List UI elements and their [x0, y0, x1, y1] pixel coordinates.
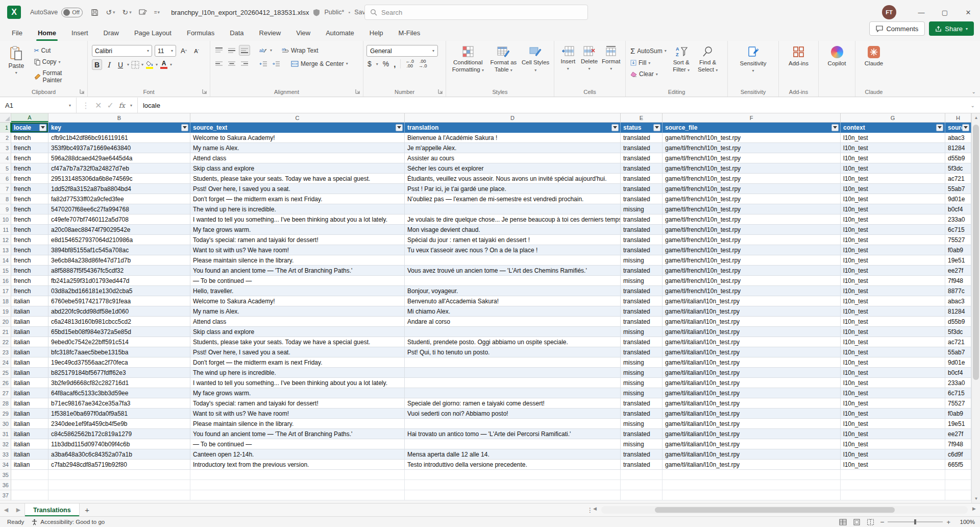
filter-button[interactable]	[653, 124, 660, 131]
document-title[interactable]: branchpy_l10n_export_20260412_183531.xls…	[171, 9, 309, 16]
row-header-34[interactable]: 34	[0, 460, 11, 470]
cell[interactable]: bfc318fc7aaec5bebe1315ba	[48, 347, 190, 357]
cell[interactable]: italian	[11, 337, 48, 347]
row-header-37[interactable]: 37	[0, 490, 11, 500]
column-header-E[interactable]: E	[621, 113, 663, 122]
cell[interactable]: translated	[621, 409, 663, 419]
tab-formulas[interactable]: Formulas	[179, 26, 222, 41]
number-format-select[interactable]: General▾	[366, 45, 438, 57]
cell[interactable]	[663, 470, 841, 480]
zoom-in-icon[interactable]: +	[946, 518, 950, 526]
cell[interactable]: ac721	[945, 337, 971, 347]
cell[interactable]: Mon visage devient chaud.	[405, 225, 621, 235]
header-cell-key[interactable]: key	[48, 123, 190, 133]
cell[interactable]: missing	[621, 378, 663, 388]
wrap-text-button[interactable]: ab Wrap Text	[280, 46, 320, 55]
next-sheet-arrow[interactable]: ▶	[12, 507, 24, 513]
cell[interactable]: 3b2fe9d6668cf82c282716d1	[48, 378, 190, 388]
cell[interactable]: game/tl/italian/l10n_test.rpy	[663, 296, 841, 306]
cell[interactable]: Mensa aperta dalle 12 alle 14.	[405, 449, 621, 460]
row-header-14[interactable]: 14	[0, 255, 11, 266]
row-header-10[interactable]: 10	[0, 214, 11, 225]
align-middle-icon[interactable]	[226, 45, 237, 56]
cell[interactable]: You found an ancient tome — 'The Art of …	[190, 429, 405, 439]
cell[interactable]: french	[11, 194, 48, 204]
cell[interactable]: 5470207f68ee6c27fa994768	[48, 204, 190, 214]
tab-data[interactable]: Data	[222, 26, 251, 41]
cell[interactable]: Skip class and explore	[190, 163, 405, 174]
cell[interactable]: 81284	[945, 143, 971, 153]
cell[interactable]	[190, 470, 405, 480]
format-as-table-button[interactable]: Format as Table ▾	[487, 44, 521, 74]
cell[interactable]: 3894bf85155af1c545a708ac	[48, 245, 190, 255]
cell[interactable]: b0cf4	[945, 204, 971, 214]
cell[interactable]	[405, 388, 621, 398]
cell[interactable]: Vuoi sederti con noi? Abbiamo posto!	[405, 409, 621, 419]
cell[interactable]: l10n_test	[841, 398, 945, 409]
cell[interactable]: Étudiants, veuillez vous asseoir. Nous a…	[405, 174, 621, 184]
sort-filter-button[interactable]: AZ Sort & Filter ▾	[668, 44, 695, 74]
row-header-26[interactable]: 26	[0, 378, 11, 388]
cell[interactable]: l10n_test	[841, 276, 945, 286]
cell[interactable]: l10n_test	[841, 194, 945, 204]
row-header-32[interactable]: 32	[0, 439, 11, 449]
clipboard-dialog-launcher[interactable]	[80, 89, 85, 94]
cell[interactable]: french	[11, 245, 48, 255]
cell[interactable]: 7f948	[945, 276, 971, 286]
sheet-tab-translations[interactable]: Translations	[24, 504, 80, 516]
cell[interactable]	[405, 490, 621, 500]
cell[interactable]: Psst ! Par ici, je t'ai gardé une place.	[405, 184, 621, 194]
save-button[interactable]	[91, 9, 99, 16]
autosum-button[interactable]: ΣAutoSum▾	[629, 45, 668, 56]
cell[interactable]: N'oubliez pas — l'examen de mi-semestre …	[405, 194, 621, 204]
tab-insert[interactable]: Insert	[64, 26, 96, 41]
row-header-17[interactable]: 17	[0, 286, 11, 296]
cell[interactable]: a8f58887f5f54367fc5cdf32	[48, 266, 190, 276]
cell[interactable]: Please maintain silence in the library.	[190, 255, 405, 266]
cell[interactable]: french	[11, 235, 48, 245]
cell[interactable]: translated	[621, 143, 663, 153]
column-header-H[interactable]: H	[945, 113, 971, 122]
cell[interactable]	[405, 368, 621, 378]
cell[interactable]: l10n_test	[841, 337, 945, 347]
tab-page-layout[interactable]: Page Layout	[127, 26, 179, 41]
row-header-9[interactable]: 9	[0, 204, 11, 214]
row-header-3[interactable]: 3	[0, 143, 11, 153]
cell[interactable]: My name is Alex.	[190, 306, 405, 317]
cell[interactable]: french	[11, 214, 48, 225]
cell[interactable]: ee27f	[945, 266, 971, 276]
cell[interactable]: l10n_test	[841, 409, 945, 419]
row-header-28[interactable]: 28	[0, 398, 11, 409]
cell[interactable]	[945, 470, 971, 480]
cell[interactable]: Tu veux t'asseoir avec nous ? On a de la…	[405, 245, 621, 255]
cell[interactable]: Studenti, prendete posto. Oggi abbiamo u…	[405, 337, 621, 347]
cell[interactable]: translated	[621, 306, 663, 317]
borders-icon[interactable]	[131, 60, 140, 69]
header-cell-source_text[interactable]: source_text	[190, 123, 405, 133]
cell[interactable]: Students, please take your seats. Today …	[190, 337, 405, 347]
cell[interactable]: Hello, traveller.	[190, 286, 405, 296]
cell[interactable]: l10n_test	[841, 296, 945, 306]
cell[interactable]: french	[11, 204, 48, 214]
cell[interactable]	[48, 480, 190, 490]
cell[interactable]: d55b9	[945, 153, 971, 163]
cell[interactable]: abd220fc9cdd98df58e1d060	[48, 306, 190, 317]
cell[interactable]: a3ba648a30c6c84352a07a1b	[48, 449, 190, 460]
cell[interactable]: italian	[11, 388, 48, 398]
header-cell-context[interactable]: context	[841, 123, 945, 133]
close-button[interactable]: ✕	[957, 0, 980, 25]
cell[interactable]: Vous avez trouvé un ancien tome — 'L'Art…	[405, 266, 621, 276]
alignment-dialog-launcher[interactable]	[355, 89, 360, 94]
format-cells-button[interactable]: Format▾	[600, 44, 622, 71]
undo-button[interactable]: ↺▾	[106, 8, 115, 16]
cell[interactable]	[48, 490, 190, 500]
row-header-11[interactable]: 11	[0, 225, 11, 235]
cell[interactable]: game/tl/italian/l10n_test.rpy	[663, 357, 841, 368]
cell[interactable]: I wanted to tell you something... I've b…	[190, 378, 405, 388]
cell[interactable]: italian	[11, 419, 48, 429]
cell[interactable]: c84c5862562b172c819a1279	[48, 429, 190, 439]
cell[interactable]: l10n_test	[841, 143, 945, 153]
cell[interactable]: game/tl/italian/l10n_test.rpy	[663, 306, 841, 317]
cell[interactable]	[405, 327, 621, 337]
cell[interactable]: Hai trovato un antico tomo — 'L'Arte dei…	[405, 429, 621, 439]
